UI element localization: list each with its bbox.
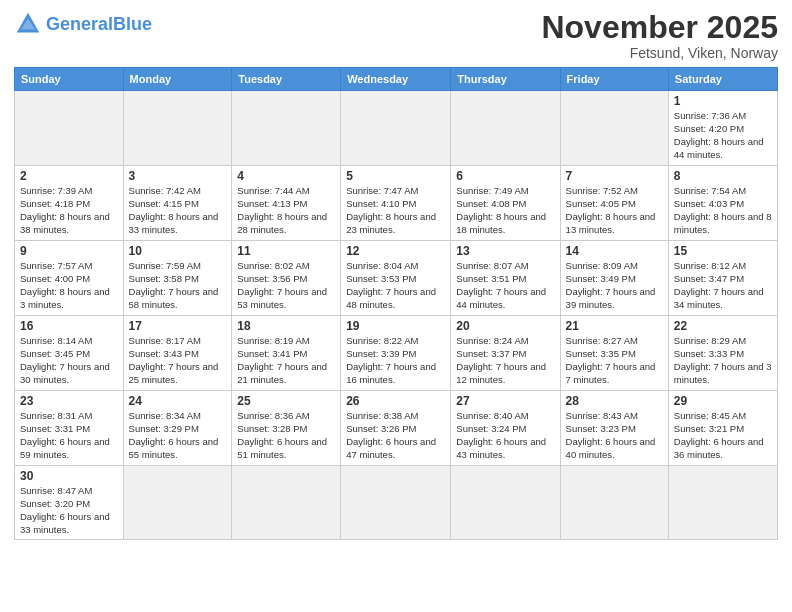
calendar-cell: 19Sunrise: 8:22 AM Sunset: 3:39 PM Dayli… [341, 316, 451, 391]
day-info: Sunrise: 8:09 AM Sunset: 3:49 PM Dayligh… [566, 260, 663, 311]
day-number: 15 [674, 244, 772, 258]
calendar-cell: 1Sunrise: 7:36 AM Sunset: 4:20 PM Daylig… [668, 91, 777, 166]
day-number: 20 [456, 319, 554, 333]
subtitle: Fetsund, Viken, Norway [541, 45, 778, 61]
calendar-table: SundayMondayTuesdayWednesdayThursdayFrid… [14, 67, 778, 540]
day-info: Sunrise: 8:04 AM Sunset: 3:53 PM Dayligh… [346, 260, 445, 311]
calendar-cell: 25Sunrise: 8:36 AM Sunset: 3:28 PM Dayli… [232, 391, 341, 466]
logo-text: GeneralBlue [46, 15, 152, 33]
calendar-cell: 8Sunrise: 7:54 AM Sunset: 4:03 PM Daylig… [668, 166, 777, 241]
calendar-cell: 9Sunrise: 7:57 AM Sunset: 4:00 PM Daylig… [15, 241, 124, 316]
day-number: 30 [20, 469, 118, 483]
day-info: Sunrise: 8:34 AM Sunset: 3:29 PM Dayligh… [129, 410, 227, 461]
calendar-cell: 28Sunrise: 8:43 AM Sunset: 3:23 PM Dayli… [560, 391, 668, 466]
calendar-header-friday: Friday [560, 68, 668, 91]
calendar-header-monday: Monday [123, 68, 232, 91]
calendar-cell: 3Sunrise: 7:42 AM Sunset: 4:15 PM Daylig… [123, 166, 232, 241]
calendar-cell: 13Sunrise: 8:07 AM Sunset: 3:51 PM Dayli… [451, 241, 560, 316]
day-number: 14 [566, 244, 663, 258]
day-info: Sunrise: 8:43 AM Sunset: 3:23 PM Dayligh… [566, 410, 663, 461]
logo: GeneralBlue [14, 10, 152, 38]
day-info: Sunrise: 8:07 AM Sunset: 3:51 PM Dayligh… [456, 260, 554, 311]
day-info: Sunrise: 7:42 AM Sunset: 4:15 PM Dayligh… [129, 185, 227, 236]
day-info: Sunrise: 7:59 AM Sunset: 3:58 PM Dayligh… [129, 260, 227, 311]
calendar-cell [232, 466, 341, 540]
calendar-cell: 10Sunrise: 7:59 AM Sunset: 3:58 PM Dayli… [123, 241, 232, 316]
title-block: November 2025 Fetsund, Viken, Norway [541, 10, 778, 61]
day-number: 4 [237, 169, 335, 183]
calendar-week-row: 1Sunrise: 7:36 AM Sunset: 4:20 PM Daylig… [15, 91, 778, 166]
day-number: 11 [237, 244, 335, 258]
header: GeneralBlue November 2025 Fetsund, Viken… [14, 10, 778, 61]
day-number: 28 [566, 394, 663, 408]
day-info: Sunrise: 7:52 AM Sunset: 4:05 PM Dayligh… [566, 185, 663, 236]
calendar-cell [451, 466, 560, 540]
calendar-cell [451, 91, 560, 166]
month-title: November 2025 [541, 10, 778, 45]
day-info: Sunrise: 7:44 AM Sunset: 4:13 PM Dayligh… [237, 185, 335, 236]
day-number: 26 [346, 394, 445, 408]
day-number: 1 [674, 94, 772, 108]
day-number: 9 [20, 244, 118, 258]
calendar-cell: 23Sunrise: 8:31 AM Sunset: 3:31 PM Dayli… [15, 391, 124, 466]
calendar-cell [123, 91, 232, 166]
day-info: Sunrise: 8:47 AM Sunset: 3:20 PM Dayligh… [20, 485, 118, 536]
calendar-cell: 4Sunrise: 7:44 AM Sunset: 4:13 PM Daylig… [232, 166, 341, 241]
calendar-cell: 30Sunrise: 8:47 AM Sunset: 3:20 PM Dayli… [15, 466, 124, 540]
day-number: 24 [129, 394, 227, 408]
calendar-cell: 7Sunrise: 7:52 AM Sunset: 4:05 PM Daylig… [560, 166, 668, 241]
calendar-cell: 12Sunrise: 8:04 AM Sunset: 3:53 PM Dayli… [341, 241, 451, 316]
day-info: Sunrise: 8:22 AM Sunset: 3:39 PM Dayligh… [346, 335, 445, 386]
day-number: 27 [456, 394, 554, 408]
calendar-cell [560, 91, 668, 166]
day-info: Sunrise: 8:31 AM Sunset: 3:31 PM Dayligh… [20, 410, 118, 461]
day-number: 18 [237, 319, 335, 333]
day-number: 5 [346, 169, 445, 183]
logo-icon [14, 10, 42, 38]
calendar-cell: 16Sunrise: 8:14 AM Sunset: 3:45 PM Dayli… [15, 316, 124, 391]
calendar-cell: 5Sunrise: 7:47 AM Sunset: 4:10 PM Daylig… [341, 166, 451, 241]
calendar-cell: 6Sunrise: 7:49 AM Sunset: 4:08 PM Daylig… [451, 166, 560, 241]
calendar-cell [560, 466, 668, 540]
calendar-cell [668, 466, 777, 540]
day-info: Sunrise: 8:19 AM Sunset: 3:41 PM Dayligh… [237, 335, 335, 386]
day-number: 23 [20, 394, 118, 408]
calendar-header-tuesday: Tuesday [232, 68, 341, 91]
day-info: Sunrise: 8:27 AM Sunset: 3:35 PM Dayligh… [566, 335, 663, 386]
calendar-header-row: SundayMondayTuesdayWednesdayThursdayFrid… [15, 68, 778, 91]
calendar-cell: 27Sunrise: 8:40 AM Sunset: 3:24 PM Dayli… [451, 391, 560, 466]
day-number: 19 [346, 319, 445, 333]
calendar-cell: 22Sunrise: 8:29 AM Sunset: 3:33 PM Dayli… [668, 316, 777, 391]
day-number: 12 [346, 244, 445, 258]
calendar-cell: 2Sunrise: 7:39 AM Sunset: 4:18 PM Daylig… [15, 166, 124, 241]
calendar-cell: 21Sunrise: 8:27 AM Sunset: 3:35 PM Dayli… [560, 316, 668, 391]
day-info: Sunrise: 7:47 AM Sunset: 4:10 PM Dayligh… [346, 185, 445, 236]
day-number: 16 [20, 319, 118, 333]
day-info: Sunrise: 8:14 AM Sunset: 3:45 PM Dayligh… [20, 335, 118, 386]
calendar-header-wednesday: Wednesday [341, 68, 451, 91]
day-number: 10 [129, 244, 227, 258]
calendar-cell: 20Sunrise: 8:24 AM Sunset: 3:37 PM Dayli… [451, 316, 560, 391]
logo-general: General [46, 14, 113, 34]
day-number: 29 [674, 394, 772, 408]
day-info: Sunrise: 8:17 AM Sunset: 3:43 PM Dayligh… [129, 335, 227, 386]
logo-blue: Blue [113, 14, 152, 34]
calendar-cell: 17Sunrise: 8:17 AM Sunset: 3:43 PM Dayli… [123, 316, 232, 391]
calendar-week-row: 23Sunrise: 8:31 AM Sunset: 3:31 PM Dayli… [15, 391, 778, 466]
calendar-cell: 26Sunrise: 8:38 AM Sunset: 3:26 PM Dayli… [341, 391, 451, 466]
day-info: Sunrise: 8:12 AM Sunset: 3:47 PM Dayligh… [674, 260, 772, 311]
calendar-cell [341, 91, 451, 166]
day-info: Sunrise: 7:36 AM Sunset: 4:20 PM Dayligh… [674, 110, 772, 161]
day-info: Sunrise: 8:36 AM Sunset: 3:28 PM Dayligh… [237, 410, 335, 461]
calendar-cell: 29Sunrise: 8:45 AM Sunset: 3:21 PM Dayli… [668, 391, 777, 466]
day-number: 22 [674, 319, 772, 333]
day-number: 21 [566, 319, 663, 333]
calendar-cell [341, 466, 451, 540]
day-info: Sunrise: 8:38 AM Sunset: 3:26 PM Dayligh… [346, 410, 445, 461]
day-number: 2 [20, 169, 118, 183]
calendar-cell [15, 91, 124, 166]
day-info: Sunrise: 7:49 AM Sunset: 4:08 PM Dayligh… [456, 185, 554, 236]
calendar-week-row: 9Sunrise: 7:57 AM Sunset: 4:00 PM Daylig… [15, 241, 778, 316]
calendar-week-row: 30Sunrise: 8:47 AM Sunset: 3:20 PM Dayli… [15, 466, 778, 540]
day-number: 17 [129, 319, 227, 333]
